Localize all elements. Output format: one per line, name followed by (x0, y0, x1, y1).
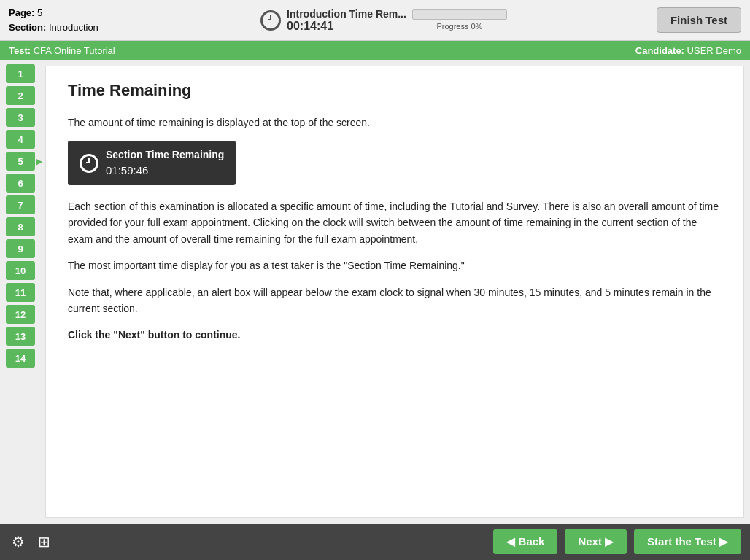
paragraph3: Note that, where applicable, an alert bo… (68, 284, 722, 317)
timer-info: Introduction Time Rem... 00:14:41 (287, 8, 406, 33)
sub-header: Test: CFA Online Tutorial Candidate: USE… (0, 41, 750, 60)
paragraph1: Each section of this examination is allo… (68, 198, 722, 247)
finish-test-button[interactable]: Finish Test (657, 7, 741, 33)
sidebar-item-5[interactable]: 5 (6, 152, 35, 171)
test-label: Test: (9, 45, 31, 56)
grid-icon[interactable]: ⊞ (35, 530, 53, 553)
sidebar: 1234567891011121314 (0, 60, 45, 524)
cta-text: Click the "Next" button to continue. (68, 327, 722, 343)
settings-icon[interactable]: ⚙ (9, 530, 28, 553)
sidebar-item-14[interactable]: 14 (6, 349, 35, 368)
sidebar-item-9[interactable]: 9 (6, 239, 35, 258)
sidebar-item-3[interactable]: 3 (6, 108, 35, 127)
page-section-info: Page: 5 Section: Introduction (9, 6, 111, 34)
header: Page: 5 Section: Introduction Introducti… (0, 0, 750, 41)
test-info: Test: CFA Online Tutorial (9, 45, 115, 56)
section-label: Section: (9, 22, 46, 33)
paragraph2: The most important time display for you … (68, 257, 722, 273)
next-button[interactable]: Next ▶ (565, 529, 627, 554)
footer: ⚙ ⊞ ◀ Back Next ▶ Start the Test ▶ (0, 524, 750, 560)
page-number: 5 (37, 7, 42, 18)
sidebar-item-1[interactable]: 1 (6, 64, 35, 83)
sidebar-item-2[interactable]: 2 (6, 86, 35, 105)
section-timer-time: 01:59:46 (106, 163, 224, 178)
section-clock-icon (80, 154, 98, 173)
section-name: Introduction (49, 22, 98, 33)
sidebar-item-8[interactable]: 8 (6, 217, 35, 236)
sidebar-item-13[interactable]: 13 (6, 327, 35, 346)
timer-area: Introduction Time Rem... 00:14:41 Progre… (125, 8, 642, 33)
progress-bar (412, 9, 507, 20)
content-title: Time Remaining (68, 81, 722, 100)
candidate-name: USER Demo (687, 45, 741, 56)
clock-icon[interactable] (260, 10, 281, 31)
section-timer-label: Section Time Remaining (106, 148, 224, 163)
candidate-info: Candidate: USER Demo (635, 45, 741, 56)
main-area: 1234567891011121314 Time Remaining The a… (0, 60, 750, 524)
sidebar-item-11[interactable]: 11 (6, 283, 35, 302)
timer-time: 00:14:41 (287, 20, 406, 33)
start-test-button[interactable]: Start the Test ▶ (634, 529, 741, 554)
section-timer-text: Section Time Remaining 01:59:46 (106, 148, 224, 178)
content-area: Time Remaining The amount of time remain… (45, 66, 744, 518)
sidebar-item-10[interactable]: 10 (6, 261, 35, 280)
candidate-label: Candidate: (635, 45, 684, 56)
back-button[interactable]: ◀ Back (493, 529, 557, 554)
page-label: Page: (9, 7, 34, 18)
progress-area: Progress 0% (412, 9, 507, 31)
intro-text: The amount of time remaining is displaye… (68, 114, 722, 131)
section-timer-box: Section Time Remaining 01:59:46 (68, 141, 236, 185)
test-name: CFA Online Tutorial (34, 45, 115, 56)
sidebar-item-12[interactable]: 12 (6, 305, 35, 324)
timer-title: Introduction Time Rem... (287, 8, 406, 20)
sidebar-item-6[interactable]: 6 (6, 174, 35, 192)
progress-label: Progress 0% (436, 22, 482, 31)
sidebar-item-7[interactable]: 7 (6, 195, 35, 214)
footer-left: ⚙ ⊞ (9, 530, 53, 553)
sidebar-item-4[interactable]: 4 (6, 130, 35, 149)
